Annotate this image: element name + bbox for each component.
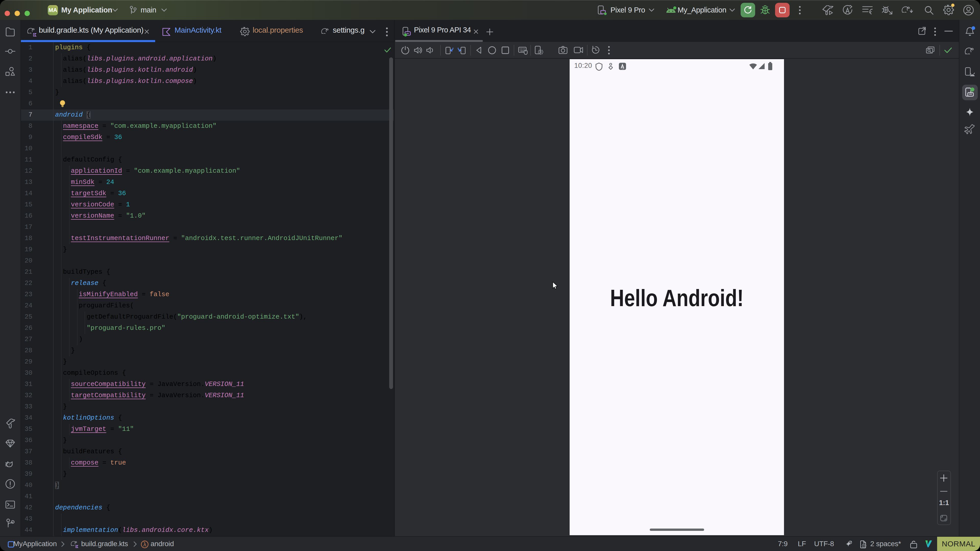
svg-text:λ: λ bbox=[143, 541, 146, 548]
